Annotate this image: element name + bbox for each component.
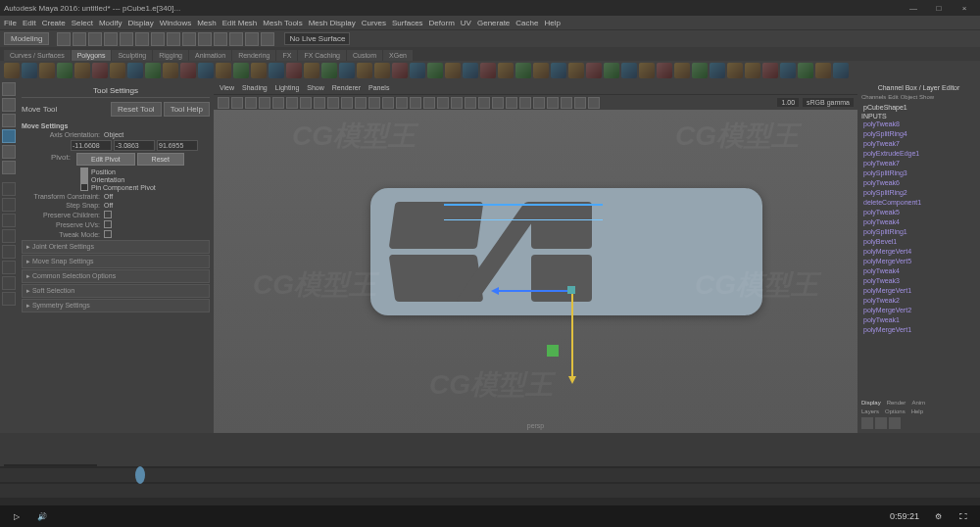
cb-tab-channels[interactable]: Channels [861,94,886,100]
shelf-icon-16[interactable] [286,63,302,78]
menu-mesh-display[interactable]: Mesh Display [309,19,356,27]
range-slider[interactable] [0,484,980,498]
vp-icon-11[interactable] [368,97,380,109]
layer-del-icon[interactable] [889,417,901,429]
vp-menu-lighting[interactable]: Lighting [275,84,300,91]
shelf-icon-36[interactable] [639,63,655,78]
shelf-icon-38[interactable] [674,63,690,78]
manip-y-axis[interactable] [571,290,573,378]
status-icon-7[interactable] [167,32,180,46]
input-node[interactable]: polyTweak1 [861,315,976,325]
pivot-y-input[interactable] [114,140,155,151]
mode-selector[interactable]: Modeling [4,32,49,45]
collapse-common-selection-options[interactable]: ▸ Common Selection Options [22,269,210,283]
paint-select-tool[interactable] [2,114,16,127]
shelf-icon-14[interactable] [251,63,267,78]
pin-component-check[interactable] [80,183,88,191]
timeline-track[interactable] [0,468,980,482]
shelf-icon-33[interactable] [586,63,602,78]
menu-cache[interactable]: Cache [515,19,538,27]
vp-icon-20[interactable] [492,97,504,109]
layer-tab-anim[interactable]: Anim [911,400,925,406]
menu-curves[interactable]: Curves [362,19,386,27]
shelf-icon-8[interactable] [145,63,161,78]
shelf-tab-fx[interactable]: FX [276,50,297,61]
shelf-icon-9[interactable] [163,63,178,78]
input-node[interactable]: polyTweak7 [861,159,976,168]
volume-icon[interactable]: 🔊 [35,509,49,523]
shelf-icon-32[interactable] [568,63,584,78]
cb-tab-object[interactable]: Object [901,94,917,100]
colorspace-dd[interactable]: sRGB gamma [803,98,854,107]
layout-four[interactable] [2,198,16,212]
shelf-icon-39[interactable] [692,63,708,78]
shelf-icon-37[interactable] [657,63,672,78]
vp-icon-23[interactable] [533,97,545,109]
status-icon-5[interactable] [135,32,149,46]
pivot-x-input[interactable] [71,140,112,151]
menu-mesh[interactable]: Mesh [197,19,217,27]
reset-tool-button[interactable]: Reset Tool [111,102,162,117]
input-node[interactable]: polySplitRing3 [861,168,976,178]
input-node[interactable]: deleteComponent1 [861,198,976,208]
time-slider[interactable] [0,466,980,505]
shelf-icon-3[interactable] [57,63,73,78]
shelf-icon-5[interactable] [92,63,108,78]
menu-deform[interactable]: Deform [429,19,455,27]
exposure-field[interactable]: 1.00 [777,98,799,107]
shelf-icon-24[interactable] [427,63,443,78]
layer-add-icon[interactable] [875,417,887,429]
input-node[interactable]: polyMergeVert1 [861,325,976,335]
manip-x-axis[interactable] [498,290,571,292]
viewport-canvas[interactable]: persp CG模型王 CG模型王 CG模型王 CG模型王 CG模型王 [214,110,858,433]
vp-icon-16[interactable] [437,97,449,109]
status-icon-0[interactable] [57,32,71,46]
manip-center[interactable] [567,286,575,294]
tweak-mode-check[interactable] [104,230,112,238]
status-icon-10[interactable] [214,32,227,46]
menu-generate[interactable]: Generate [477,19,510,27]
shelf-icon-47[interactable] [833,63,849,78]
edit-pivot-button[interactable]: Edit Pivot [76,153,135,166]
select-tool[interactable] [2,82,16,96]
move-tool[interactable] [2,129,16,143]
shelf-icon-4[interactable] [74,63,90,78]
collapse-symmetry-settings[interactable]: ▸ Symmetry Settings [22,299,210,312]
input-node[interactable]: polyExtrudeEdge1 [861,149,976,159]
shelf-icon-20[interactable] [357,63,372,78]
vp-icon-5[interactable] [286,97,298,109]
fullscreen-icon[interactable]: ⛶ [956,509,970,523]
shelf-icon-44[interactable] [780,63,796,78]
input-node[interactable]: polySplitRing1 [861,227,976,237]
layer-tab-display[interactable]: Display [861,400,881,406]
shelf-icon-29[interactable] [515,63,531,78]
shelf-tab-fx-caching[interactable]: FX Caching [298,50,346,61]
input-node[interactable]: polyTweak5 [861,208,976,217]
menu-uv[interactable]: UV [461,19,471,27]
shelf-icon-46[interactable] [815,63,831,78]
vp-icon-17[interactable] [451,97,463,109]
shelf-icon-43[interactable] [762,63,778,78]
vp-icon-26[interactable] [574,97,586,109]
layout-graph[interactable] [2,261,16,274]
shelf-icon-22[interactable] [392,63,408,78]
vp-icon-9[interactable] [341,97,353,109]
shelf-tab-sculpting[interactable]: Sculpting [112,50,152,61]
layout-hypershade[interactable] [2,276,16,290]
vp-menu-view[interactable]: View [220,84,234,91]
step-snap-dd[interactable]: Off [104,202,113,209]
minimize-button[interactable]: — [902,1,925,15]
menu-display[interactable]: Display [128,19,154,27]
shelf-icon-11[interactable] [198,63,214,78]
shelf-icon-15[interactable] [269,63,284,78]
position-check[interactable] [80,168,88,175]
menu-create[interactable]: Create [42,19,66,27]
collapse-soft-selection[interactable]: ▸ Soft Selection [22,284,210,298]
input-node[interactable]: polySplitRing2 [861,188,976,198]
vp-icon-15[interactable] [423,97,435,109]
menu-mesh-tools[interactable]: Mesh Tools [263,19,302,27]
status-icon-3[interactable] [104,32,118,46]
vp-icon-21[interactable] [506,97,517,109]
status-icon-2[interactable] [88,32,102,46]
shape-node[interactable]: pCubeShape1 [861,103,976,113]
